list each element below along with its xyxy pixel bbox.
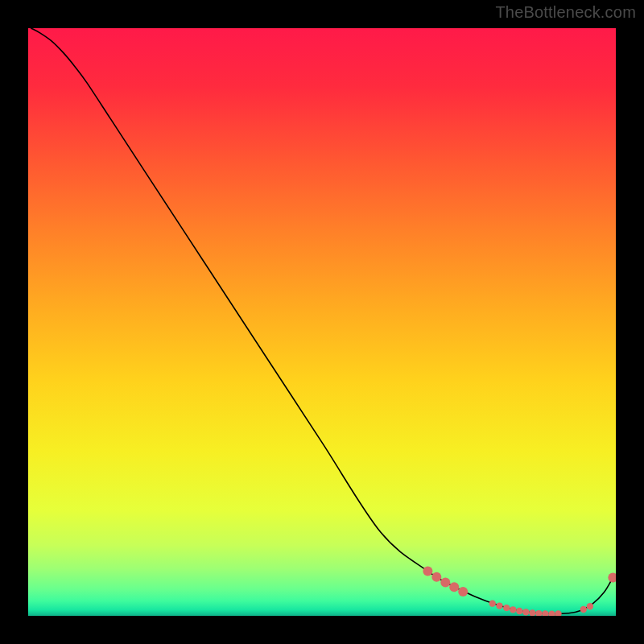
data-point xyxy=(440,577,450,587)
data-point xyxy=(503,605,510,611)
data-point xyxy=(510,606,516,613)
bottleneck-chart xyxy=(28,28,616,616)
chart-svg xyxy=(28,28,616,616)
attribution-text: TheBottleneck.com xyxy=(495,3,636,22)
data-point xyxy=(489,600,496,606)
data-point xyxy=(587,603,593,609)
data-point xyxy=(431,572,441,582)
chart-background xyxy=(28,28,616,616)
data-point xyxy=(516,608,522,614)
data-point xyxy=(458,587,468,597)
data-point xyxy=(449,582,459,592)
data-point xyxy=(496,602,502,609)
chart-frame: TheBottleneck.com xyxy=(0,0,644,644)
data-point xyxy=(423,567,432,576)
data-point xyxy=(580,606,587,613)
data-point xyxy=(522,609,529,615)
